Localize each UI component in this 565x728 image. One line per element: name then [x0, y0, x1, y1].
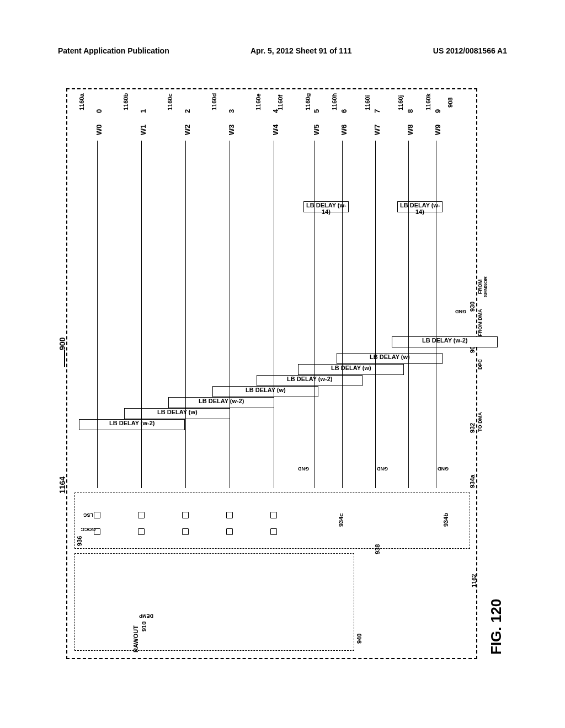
wire-0 — [97, 141, 98, 488]
lsc-1 — [138, 512, 145, 518]
demp-label: DEMP — [139, 613, 153, 619]
wire-9 — [436, 141, 436, 488]
ref-1160g: 1160g — [305, 93, 311, 110]
gocc-label: GOCC — [81, 527, 96, 532]
ref-1160c: 1160c — [167, 93, 173, 110]
ref-932: 932 — [469, 423, 476, 433]
header-right: US 2012/0081566 A1 — [433, 46, 507, 55]
lsc-label: LSC — [83, 512, 93, 518]
lb-w2-2: LB DELAY (w-2) — [168, 397, 274, 408]
w5: W5 — [312, 125, 321, 136]
lb-w2-4: LB DELAY (w-2) — [257, 375, 363, 386]
lb-w2-8: LB DELAY (w-2) — [392, 336, 498, 347]
diagram: 900 1164 FIG. 120 940 RAWOUT 910 936 934… — [61, 80, 505, 665]
w8: W8 — [406, 125, 414, 136]
w2: W2 — [183, 125, 191, 136]
gnd-label-c: GND — [438, 466, 449, 472]
lb-w-5: LB DELAY (w) — [298, 364, 404, 375]
lsc-3 — [226, 512, 233, 518]
gocc-4 — [270, 528, 277, 535]
from-sensor: FROM SENSOR — [477, 270, 488, 303]
gnd-label-b: GND — [377, 466, 388, 472]
ref-934c: 934c — [338, 513, 344, 527]
block-940 — [74, 553, 354, 651]
leader-900 — [64, 350, 65, 367]
n9: 9 — [434, 109, 442, 113]
wire-8 — [408, 141, 409, 488]
from-dma: FROM DMA — [477, 309, 483, 336]
ref-1160f: 1160f — [277, 95, 284, 110]
ref-930: 930 — [469, 302, 476, 312]
gnd-label-d: GND — [455, 309, 466, 314]
ref-900: 900 — [58, 338, 67, 350]
lb-w-6: LB DELAY (w) — [337, 353, 443, 364]
header-left: Patent Application Publication — [58, 46, 169, 55]
n6: 6 — [340, 109, 348, 113]
wire-6 — [342, 141, 343, 488]
w4: W4 — [271, 125, 280, 136]
w6: W6 — [340, 125, 348, 136]
wire-1 — [141, 141, 142, 488]
ref-934b: 934b — [443, 513, 449, 527]
n8: 8 — [406, 109, 414, 113]
gocc-3 — [226, 528, 233, 535]
wire-4 — [274, 141, 274, 488]
lsc-4 — [270, 512, 277, 518]
to-dma: TO DMA — [477, 408, 483, 436]
ref-910: 910 — [141, 622, 147, 631]
w1: W1 — [139, 125, 147, 136]
ref-938: 938 — [374, 544, 381, 554]
ref-1160i: 1160i — [364, 95, 371, 110]
figure-label: FIG. 120 — [488, 599, 505, 655]
wire-7 — [375, 141, 376, 488]
gnd-label-a: GND — [298, 466, 309, 472]
wire-2 — [185, 141, 186, 488]
dpc-label: DPC — [477, 359, 483, 370]
n0: 0 — [95, 109, 103, 113]
w3: W3 — [227, 125, 236, 136]
ref-1160b: 1160b — [122, 93, 129, 110]
wire-5 — [315, 141, 315, 488]
lsc-0 — [94, 512, 100, 518]
ref-1162: 1162 — [471, 574, 477, 587]
ref-1160j: 1160j — [397, 95, 404, 110]
w0: W0 — [95, 125, 103, 136]
gocc-2 — [182, 528, 189, 535]
rawout-label: RAWOUT — [132, 625, 139, 652]
ref-940: 940 — [356, 634, 363, 644]
ref-908a: 908 — [447, 98, 454, 108]
header-center: Apr. 5, 2012 Sheet 91 of 111 — [250, 46, 352, 55]
gocc-1 — [138, 528, 145, 535]
diagram-wrap: 900 1164 FIG. 120 940 RAWOUT 910 936 934… — [61, 80, 505, 665]
ref-934a: 934a — [469, 475, 476, 488]
w7: W7 — [373, 125, 381, 136]
wire-3 — [230, 141, 230, 488]
block-934 — [74, 493, 470, 549]
page-header: Patent Application Publication Apr. 5, 2… — [58, 46, 507, 55]
lb-w2-0: LB DELAY (w-2) — [79, 419, 185, 430]
n7: 7 — [373, 109, 381, 113]
lb-w-3: LB DELAY (w) — [212, 386, 318, 397]
ref-1164: 1164 — [58, 477, 67, 494]
ref-1160e: 1160e — [255, 93, 262, 110]
ref-1160d: 1160d — [211, 93, 217, 110]
w9: W9 — [434, 125, 442, 136]
lsc-2 — [182, 512, 189, 518]
n3: 3 — [227, 109, 236, 113]
n1: 1 — [139, 109, 147, 113]
n2: 2 — [183, 109, 191, 113]
lb-w-1: LB DELAY (w) — [124, 408, 230, 419]
page: Patent Application Publication Apr. 5, 2… — [0, 0, 565, 728]
n5: 5 — [312, 109, 321, 113]
ref-1160a: 1160a — [78, 93, 85, 110]
ref-1160h: 1160h — [331, 93, 338, 110]
ref-1160k: 1160k — [425, 93, 431, 110]
